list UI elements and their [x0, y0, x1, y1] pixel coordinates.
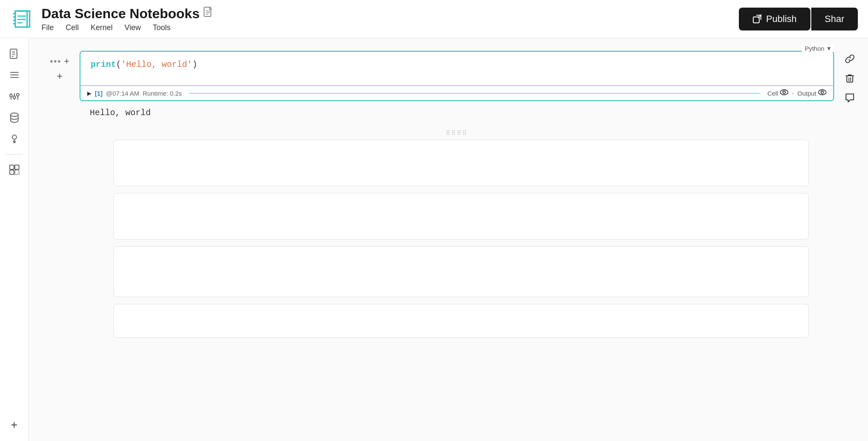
svg-point-24 [12, 135, 17, 139]
code-string: 'Hello, world' [121, 60, 192, 69]
empty-cell-box-2[interactable] [113, 193, 809, 240]
run-button[interactable]: ▶ [87, 90, 91, 96]
code-cell-section: ••• + + Python ▼ print('Hello [29, 51, 868, 124]
header-title-row: Data Science Notebooks [41, 6, 213, 22]
sidebar-item-files[interactable] [5, 45, 24, 63]
svg-point-30 [783, 91, 785, 94]
execution-bar: ▶ [1] @07:14 AM Runtime: 0.2s Cell [80, 85, 833, 100]
svg-point-22 [17, 94, 19, 96]
cell-delete-button[interactable] [842, 70, 858, 86]
menu-bar: File Cell Kernel View Tools [41, 23, 213, 32]
sidebar-add-button[interactable]: + [5, 416, 24, 434]
sidebar-item-outline[interactable] [5, 66, 24, 85]
sidebar-item-database[interactable] [5, 108, 24, 127]
code-paren-close: ) [192, 60, 197, 69]
menu-view[interactable]: View [124, 23, 141, 32]
sidebar-item-extensions[interactable] [5, 160, 24, 179]
svg-point-31 [818, 90, 826, 95]
drag-handle[interactable]: ⠿⠿⠿⠿ [80, 127, 834, 139]
cell-left-controls: ••• + + [50, 56, 69, 82]
add-cell-below-button[interactable]: + [57, 70, 63, 82]
sidebar-add-label: + [11, 418, 17, 432]
sidebar: + [0, 38, 29, 441]
output-separator: - [792, 90, 794, 97]
drag-handle-area: ⠿⠿⠿⠿ [80, 127, 834, 139]
exec-time: @07:14 AM [106, 90, 139, 97]
code-paren-open: ( [116, 60, 121, 69]
cell-visibility-toggle[interactable] [780, 89, 788, 97]
code-cell-container: ••• + + Python ▼ print('Hello [80, 51, 834, 101]
code-keyword-print: print [91, 60, 116, 69]
title-file-icon [204, 7, 213, 20]
cell-link-button[interactable] [842, 51, 858, 67]
language-name: Python [804, 45, 824, 52]
cell-visibility-controls: Cell - Output [767, 89, 827, 97]
empty-cell-box-1[interactable] [113, 140, 809, 186]
output-visibility-toggle[interactable] [818, 89, 827, 97]
exec-num: [1] [95, 90, 102, 97]
svg-rect-27 [10, 170, 14, 174]
svg-rect-26 [15, 165, 19, 169]
menu-file[interactable]: File [41, 23, 54, 32]
sidebar-divider [6, 154, 23, 154]
publish-label: Publish [766, 14, 796, 25]
code-cell[interactable]: print('Hello, world') ▶ [1] @07:14 AM Ru… [80, 51, 834, 101]
notebook-content: ••• + + Python ▼ print('Hello [29, 38, 868, 441]
add-below-label: + [57, 70, 63, 82]
exec-separator-line [189, 93, 761, 94]
empty-cell-box-4[interactable] [113, 304, 809, 338]
cell-language-selector[interactable]: Python ▼ [802, 45, 834, 52]
sidebar-item-params[interactable] [5, 87, 24, 106]
svg-point-20 [10, 94, 12, 97]
output-label: Output [797, 90, 816, 97]
main-layout: + ••• + + Python ▼ [0, 38, 868, 441]
empty-cell-box-3[interactable] [113, 246, 809, 297]
publish-icon [752, 14, 762, 24]
cell-label: Cell [767, 90, 778, 97]
code-editor[interactable]: print('Hello, world') [80, 52, 833, 85]
menu-kernel[interactable]: Kernel [91, 23, 113, 32]
cell-comment-button[interactable] [842, 90, 858, 106]
empty-cell-4 [80, 304, 834, 338]
code-line-1: print('Hello, world') [91, 58, 823, 71]
cell-right-controls [842, 51, 858, 106]
sidebar-item-secrets[interactable] [5, 130, 24, 148]
svg-rect-33 [847, 76, 853, 82]
output-text: Hello, world [90, 108, 151, 118]
dots-label: ••• [50, 57, 61, 66]
exec-runtime: Runtime: 0.2s [143, 90, 182, 97]
app-logo [10, 7, 35, 31]
svg-point-23 [11, 113, 18, 116]
svg-rect-10 [10, 49, 17, 58]
share-label: Shar [825, 14, 844, 24]
app-title: Data Science Notebooks [41, 6, 199, 22]
svg-point-21 [13, 96, 16, 99]
empty-cell-3 [80, 246, 834, 297]
header: Data Science Notebooks File Cell Kernel … [0, 0, 868, 38]
menu-tools[interactable]: Tools [153, 23, 171, 32]
menu-cell[interactable]: Cell [66, 23, 79, 32]
header-actions: Publish Shar [739, 8, 858, 30]
publish-button[interactable]: Publish [739, 8, 810, 30]
cell-dots-menu[interactable]: ••• + [50, 56, 69, 67]
add-above-icon[interactable]: + [64, 56, 69, 67]
empty-cell-1 [80, 140, 834, 186]
title-area: Data Science Notebooks File Cell Kernel … [41, 6, 213, 32]
language-dropdown-icon: ▼ [826, 45, 832, 52]
svg-rect-28 [15, 170, 19, 174]
svg-point-29 [780, 90, 788, 95]
svg-point-32 [821, 91, 824, 94]
cell-output: Hello, world [80, 101, 834, 124]
share-button[interactable]: Shar [811, 8, 858, 30]
empty-cell-2 [80, 193, 834, 240]
svg-rect-25 [10, 165, 14, 169]
